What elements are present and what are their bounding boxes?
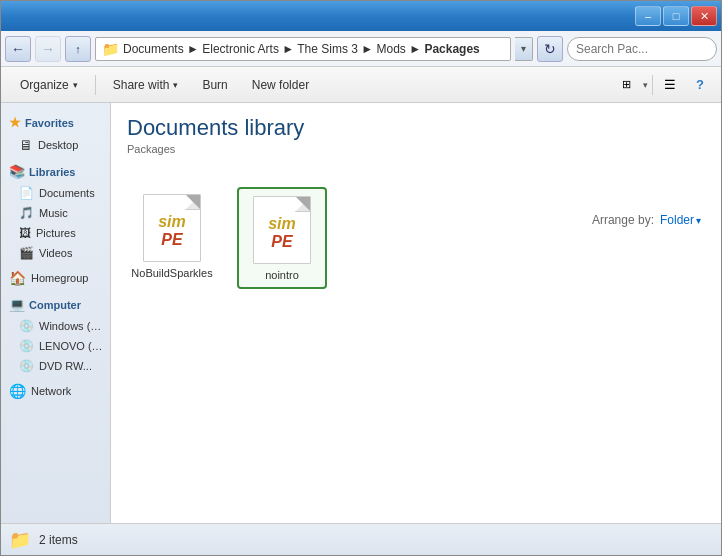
search-input[interactable] [567, 37, 717, 61]
refresh-button[interactable]: ↻ [537, 36, 563, 62]
back-button[interactable]: ← [5, 36, 31, 62]
music-icon: 🎵 [19, 206, 34, 220]
homegroup-section: 🏠 Homegroup [1, 267, 110, 289]
sidebar-item-windows[interactable]: 💿 Windows (C:) [1, 316, 110, 336]
organize-button[interactable]: Organize ▾ [9, 72, 89, 98]
sidebar-item-desktop[interactable]: 🖥 Desktop [1, 134, 110, 156]
window: – □ ✕ ← → ↑ 📁 Documents ► Electronic Art… [0, 0, 722, 556]
file-name-nobuildsparkles: NoBuildSparkles [131, 267, 212, 279]
file-label-area-2: sim PE [254, 211, 310, 255]
sidebar-network-label: Network [31, 385, 71, 397]
sidebar-pictures-label: Pictures [36, 227, 76, 239]
arrange-value[interactable]: Folder ▾ [660, 213, 701, 227]
favorites-section: ★ Favorites 🖥 Desktop [1, 111, 110, 156]
sidebar-videos-label: Videos [39, 247, 72, 259]
simpe-pe-text-1: PE [161, 231, 182, 249]
organize-arrow-icon: ▾ [73, 80, 78, 90]
library-info: Documents library Packages [127, 115, 304, 169]
path-dropdown-arrow[interactable]: ▾ [515, 37, 533, 61]
share-with-arrow-icon: ▾ [173, 80, 178, 90]
share-with-button[interactable]: Share with ▾ [102, 72, 190, 98]
sidebar-homegroup-label: Homegroup [31, 272, 88, 284]
computer-label: Computer [29, 299, 81, 311]
close-button[interactable]: ✕ [691, 6, 717, 26]
minimize-button[interactable]: – [635, 6, 661, 26]
up-button[interactable]: ↑ [65, 36, 91, 62]
sidebar-documents-label: Documents [39, 187, 95, 199]
status-items-count: 2 items [39, 533, 78, 547]
file-icon-nobuildsparkles: sim PE [137, 193, 207, 263]
address-path-box[interactable]: 📁 Documents ► Electronic Arts ► The Sims… [95, 37, 511, 61]
libraries-header[interactable]: 📚 Libraries [1, 160, 110, 183]
toolbar-right: ⊞ ▾ ☰ ? [613, 72, 713, 98]
sidebar-item-documents[interactable]: 📄 Documents [1, 183, 110, 203]
arrange-bar: Arrange by: Folder ▾ [592, 213, 701, 227]
view-arrow-icon[interactable]: ▾ [643, 80, 648, 90]
toolbar: Organize ▾ Share with ▾ Burn New folder … [1, 67, 721, 103]
path-segment: Documents ► Electronic Arts ► The Sims 3… [123, 42, 480, 56]
files-area: sim PE NoBuildSparkles sim PE [127, 183, 705, 289]
status-bar: 📁 2 items [1, 523, 721, 555]
new-folder-button[interactable]: New folder [241, 72, 320, 98]
content-header: Documents library Packages Arrange by: F… [127, 115, 705, 169]
computer-header[interactable]: 💻 Computer [1, 293, 110, 316]
libraries-icon: 📚 [9, 164, 25, 179]
sidebar-item-pictures[interactable]: 🖼 Pictures [1, 223, 110, 243]
title-bar-buttons: – □ ✕ [635, 6, 717, 26]
videos-icon: 🎬 [19, 246, 34, 260]
toolbar-separator-2 [652, 75, 653, 95]
file-page-nointro: sim PE [253, 196, 311, 264]
path-text: Documents ► Electronic Arts ► The Sims 3… [123, 42, 480, 56]
sidebar-item-lenovo[interactable]: 💿 LENOVO (D:) [1, 336, 110, 356]
new-folder-label: New folder [252, 78, 309, 92]
library-subtitle: Packages [127, 143, 304, 155]
share-with-label: Share with [113, 78, 170, 92]
burn-button[interactable]: Burn [191, 72, 238, 98]
organize-label: Organize [20, 78, 69, 92]
file-item-nointro[interactable]: sim PE nointro [237, 187, 327, 289]
content-pane: Documents library Packages Arrange by: F… [111, 103, 721, 523]
sidebar-item-dvd[interactable]: 💿 DVD RW... [1, 356, 110, 376]
sidebar-item-videos[interactable]: 🎬 Videos [1, 243, 110, 263]
lenovo-drive-icon: 💿 [19, 339, 34, 353]
toolbar-separator-1 [95, 75, 96, 95]
pictures-icon: 🖼 [19, 226, 31, 240]
file-icon-nointro: sim PE [247, 195, 317, 265]
sidebar-item-homegroup[interactable]: 🏠 Homegroup [1, 267, 110, 289]
maximize-button[interactable]: □ [663, 6, 689, 26]
burn-label: Burn [202, 78, 227, 92]
sidebar-windows-label: Windows (C:) [39, 320, 104, 332]
sidebar-item-music[interactable]: 🎵 Music [1, 203, 110, 223]
simpe-pe-text-2: PE [271, 233, 292, 251]
computer-icon: 💻 [9, 297, 25, 312]
view-toggle-button[interactable]: ⊞ [613, 72, 639, 98]
sidebar-dvd-label: DVD RW... [39, 360, 92, 372]
sidebar-lenovo-label: LENOVO (D:) [39, 340, 104, 352]
file-item-nobuildsparkles[interactable]: sim PE NoBuildSparkles [127, 187, 217, 285]
sidebar-desktop-label: Desktop [38, 139, 78, 151]
status-folder-icon: 📁 [9, 529, 31, 551]
title-bar: – □ ✕ [1, 1, 721, 31]
file-name-nointro: nointro [265, 269, 299, 281]
dvd-icon: 💿 [19, 359, 34, 373]
arrange-dropdown-icon: ▾ [696, 215, 701, 226]
homegroup-icon: 🏠 [9, 270, 26, 286]
favorites-header[interactable]: ★ Favorites [1, 111, 110, 134]
path-icon: 📁 [102, 41, 119, 57]
arrange-label: Arrange by: [592, 213, 654, 227]
file-label-area-1: sim PE [144, 209, 200, 253]
help-button[interactable]: ? [687, 72, 713, 98]
network-section: 🌐 Network [1, 380, 110, 402]
forward-button[interactable]: → [35, 36, 61, 62]
details-view-button[interactable]: ☰ [657, 72, 683, 98]
simpe-sim-text-2: sim [268, 215, 296, 233]
sidebar: ★ Favorites 🖥 Desktop 📚 Libraries 📄 Docu… [1, 103, 111, 523]
main-content: ★ Favorites 🖥 Desktop 📚 Libraries 📄 Docu… [1, 103, 721, 523]
arrange-value-text: Folder [660, 213, 694, 227]
star-icon: ★ [9, 115, 21, 130]
sidebar-item-network[interactable]: 🌐 Network [1, 380, 110, 402]
address-bar: ← → ↑ 📁 Documents ► Electronic Arts ► Th… [1, 31, 721, 67]
windows-drive-icon: 💿 [19, 319, 34, 333]
file-page-nobuildsparkles: sim PE [143, 194, 201, 262]
favorites-label: Favorites [25, 117, 74, 129]
